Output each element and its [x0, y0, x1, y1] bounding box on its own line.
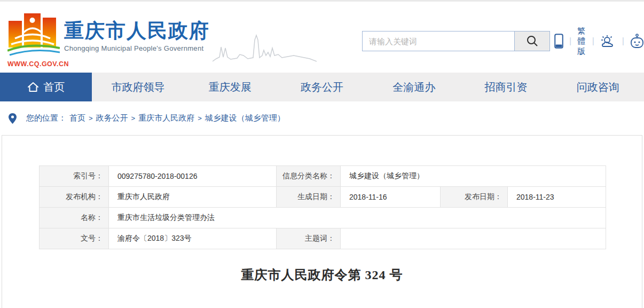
document-card: 索引号： 009275780-2018-00126 信息分类名称： 城乡建设（城… [2, 135, 642, 308]
site-title: 重庆市人民政府 [64, 20, 210, 43]
breadcrumb-separator: > [198, 114, 202, 122]
weather-sun-cloud-icon [600, 35, 616, 48]
document-number-value: 渝府令〔2018〕323号 [109, 228, 277, 249]
nav-item-label: 市政府领导 [111, 80, 164, 94]
nav-item-open-government[interactable]: 政务公开 [276, 73, 368, 101]
mobile-phone-icon [554, 34, 563, 49]
table-row: 发布机构： 重庆市人民政府 生成日期： 2018-11-16 发布日期： 201… [40, 187, 606, 208]
document-name-label: 名称： [40, 208, 109, 228]
tools-separator: | [569, 36, 571, 46]
created-date-label: 生成日期： [277, 187, 341, 208]
search-input[interactable] [363, 31, 514, 51]
nav-item-services[interactable]: 全渝通办 [368, 73, 460, 101]
published-date-label: 发布日期： [441, 187, 508, 208]
nav-item-label: 全渝通办 [392, 80, 435, 94]
main-navigation: 首页 市政府领导 重庆发展 政务公开 全渝通办 招商引资 问政咨询 [0, 73, 644, 101]
nav-item-home[interactable]: 首页 [0, 73, 92, 101]
nav-item-label: 首页 [43, 80, 65, 94]
index-number-value: 009275780-2018-00126 [109, 166, 277, 187]
location-pin-icon [9, 113, 17, 124]
issuing-agency-value: 重庆市人民政府 [109, 187, 277, 208]
logo-url-text: WWW.CQ.GOV.CN [7, 60, 66, 68]
keywords-value [341, 228, 606, 249]
city-skyline-decoration [213, 33, 317, 62]
tools-separator: | [592, 36, 594, 46]
breadcrumb-link-government[interactable]: 重庆市人民政府 [138, 113, 194, 123]
breadcrumb-prefix: 您的位置： [26, 113, 66, 123]
index-number-label: 索引号： [40, 166, 109, 187]
nav-item-label: 问政咨询 [577, 80, 619, 94]
breadcrumb-separator: > [89, 114, 93, 122]
site-subtitle: Chongqing Municipal People's Government [64, 44, 210, 52]
created-date-value: 2018-11-16 [341, 187, 441, 208]
home-icon [27, 82, 39, 92]
category-label: 信息分类名称： [277, 166, 341, 187]
traditional-chinese-link[interactable]: 繁體版 [577, 26, 586, 57]
site-title-block: 重庆市人民政府 Chongqing Municipal People's Gov… [64, 20, 210, 52]
document-name-value: 重庆市生活垃圾分类管理办法 [109, 208, 606, 228]
table-row: 名称： 重庆市生活垃圾分类管理办法 [40, 208, 606, 228]
breadcrumb-link-open-government[interactable]: 政务公开 [96, 113, 128, 123]
nav-item-leaders[interactable]: 市政府领导 [92, 73, 184, 101]
site-header: WWW.CQ.GOV.CN 重庆市人民政府 Chongqing Municipa… [0, 2, 644, 73]
document-number-label: 文号： [40, 228, 109, 249]
breadcrumb-link-category[interactable]: 城乡建设（城乡管理） [205, 113, 285, 123]
mobile-version-button[interactable] [554, 34, 563, 49]
table-row: 索引号： 009275780-2018-00126 信息分类名称： 城乡建设（城… [40, 166, 606, 187]
table-row: 文号： 渝府令〔2018〕323号 主题词： [40, 228, 606, 249]
tools-separator: | [622, 36, 624, 46]
nav-item-investment[interactable]: 招商引资 [460, 73, 552, 101]
document-meta-table: 索引号： 009275780-2018-00126 信息分类名称： 城乡建设（城… [39, 165, 606, 249]
breadcrumb-link-home[interactable]: 首页 [69, 113, 85, 123]
weather-button[interactable] [600, 35, 616, 48]
published-date-value: 2018-11-23 [508, 187, 606, 208]
keywords-label: 主题词： [277, 228, 341, 249]
site-logo[interactable]: WWW.CQ.GOV.CN [7, 9, 66, 68]
document-title: 重庆市人民政府令第 324 号 [2, 266, 642, 283]
nav-item-development[interactable]: 重庆发展 [184, 73, 276, 101]
search-box [362, 31, 550, 51]
assistant-robot-button[interactable] [630, 34, 644, 49]
nav-item-label: 招商引资 [485, 80, 528, 94]
issuing-agency-label: 发布机构： [40, 187, 109, 208]
breadcrumb-bar: 您的位置： 首页 > 政务公开 > 重庆市人民政府 > 城乡建设（城乡管理） [0, 101, 644, 135]
search-icon [526, 35, 539, 48]
category-value: 城乡建设（城乡管理） [341, 166, 606, 187]
chongqing-gov-logo-icon [7, 9, 60, 57]
breadcrumb: 您的位置： 首页 > 政务公开 > 重庆市人民政府 > 城乡建设（城乡管理） [9, 113, 285, 124]
header-tools: | 繁體版 | | [554, 32, 644, 50]
nav-item-label: 政务公开 [301, 80, 343, 94]
breadcrumb-separator: > [131, 114, 136, 122]
robot-icon [630, 34, 644, 49]
nav-item-label: 重庆发展 [209, 80, 252, 94]
search-button[interactable] [514, 31, 549, 51]
nav-item-consultation[interactable]: 问政咨询 [552, 73, 644, 101]
